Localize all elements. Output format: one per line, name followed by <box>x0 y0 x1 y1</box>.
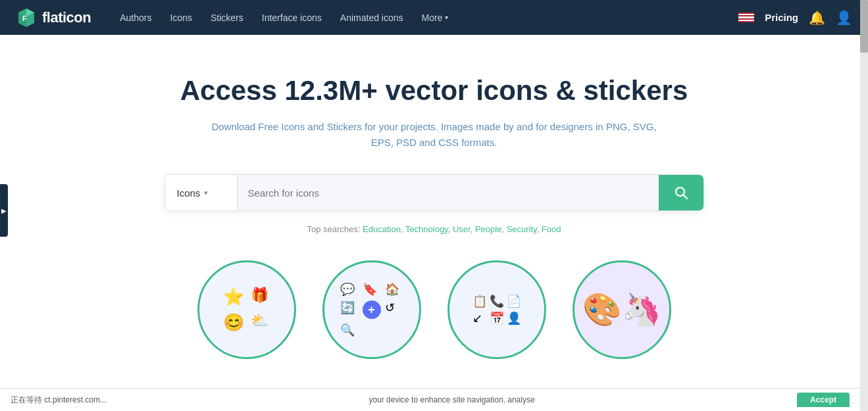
copy-icon: 📄 <box>507 294 521 308</box>
sticker-content: 🎨🦄 <box>582 291 661 328</box>
sun-emoji: ⛅ <box>249 312 270 333</box>
top-search-food[interactable]: Food <box>542 224 561 234</box>
circle-ui-inner: 💬 🔖 🏠 🔄 + ↺ 🔍 <box>324 262 419 357</box>
plus-badge-icon: + <box>363 301 381 319</box>
pricing-link[interactable]: Pricing <box>765 12 798 23</box>
ui-icons-grid: 💬 🔖 🏠 🔄 + ↺ 🔍 <box>330 272 414 348</box>
colorful-sticker-icon: 🎨🦄 <box>582 291 661 328</box>
phone-icon: 📞 <box>490 294 504 308</box>
hero-subtitle: Download Free Icons and Stickers for you… <box>204 119 665 151</box>
nav-stickers[interactable]: Stickers <box>203 7 251 28</box>
message-icon: 💬 <box>340 282 359 297</box>
circle-emoji[interactable]: ⭐ 🎁 😊 ⛅ <box>197 260 296 359</box>
scrollbar[interactable] <box>860 0 868 379</box>
search-button[interactable] <box>659 175 703 210</box>
circle-tasks[interactable]: 📋 📞 📄 ↙ 📅 👤 <box>447 260 546 359</box>
search-input[interactable] <box>238 175 659 210</box>
hero-title: Access 12.3M+ vector icons & stickers <box>180 74 688 107</box>
search-small-icon: 🔍 <box>340 323 359 337</box>
icon-circles-section: ⭐ 🎁 😊 ⛅ 💬 🔖 🏠 🔄 + ↺ � <box>184 260 684 359</box>
profile-icon: 👤 <box>507 311 521 326</box>
circle-stickers-ring: 🎨🦄 <box>573 260 671 359</box>
main-content: Access 12.3M+ vector icons & stickers Do… <box>0 35 868 379</box>
top-search-education[interactable]: Education <box>363 224 401 234</box>
svg-text:F: F <box>22 14 27 22</box>
task-icons-grid: 📋 📞 📄 ↙ 📅 👤 <box>463 285 530 335</box>
search-bar: Icons ▾ <box>165 174 704 211</box>
logo-link[interactable]: F flaticon <box>16 7 91 28</box>
star-emoji: ⭐ <box>223 287 244 307</box>
nav-more[interactable]: More ▾ <box>414 7 457 28</box>
notification-bell-icon[interactable]: 🔔 <box>809 10 825 26</box>
language-flag[interactable] <box>738 12 754 23</box>
navbar: F flaticon Authors Icons Stickers Interf… <box>0 0 868 35</box>
chevron-down-icon: ▾ <box>445 14 448 21</box>
refresh-icon: ↺ <box>385 301 403 319</box>
navbar-right: Pricing 🔔 👤 <box>738 10 852 26</box>
top-search-security[interactable]: Security <box>507 224 537 234</box>
search-type-chevron-icon: ▾ <box>204 189 208 197</box>
circle-ui[interactable]: 💬 🔖 🏠 🔄 + ↺ 🔍 <box>322 260 421 359</box>
smiley-emoji: 😊 <box>223 312 244 333</box>
logo-text: flaticon <box>42 9 91 26</box>
top-search-user[interactable]: User <box>453 224 471 234</box>
gift-emoji: 🎁 <box>249 287 270 307</box>
nav-animated-icons[interactable]: Animated icons <box>332 7 411 28</box>
home-icon: 🏠 <box>385 282 403 297</box>
top-search-people[interactable]: People <box>475 224 501 234</box>
sync-icon: 🔄 <box>340 301 359 319</box>
top-searches-label: Top searches: <box>307 224 361 234</box>
left-side-tab[interactable]: ▶ <box>0 184 8 237</box>
top-searches: Top searches: Education, Technology, Use… <box>307 224 561 234</box>
search-type-label: Icons <box>177 187 201 199</box>
calendar-icon: 📅 <box>490 311 504 326</box>
user-account-icon[interactable]: 👤 <box>836 10 852 26</box>
svg-line-5 <box>683 195 687 199</box>
top-search-technology[interactable]: Technology <box>405 224 448 234</box>
circle-ui-ring: 💬 🔖 🏠 🔄 + ↺ 🔍 <box>322 260 421 359</box>
bookmark-icon: 🔖 <box>363 282 381 297</box>
circle-emoji-icons: ⭐ 🎁 😊 ⛅ <box>213 276 281 343</box>
scrollbar-thumb[interactable] <box>860 0 868 53</box>
search-icon <box>674 185 688 200</box>
circle-stickers[interactable]: 🎨🦄 <box>573 260 671 359</box>
circle-tasks-ring: 📋 📞 📄 ↙ 📅 👤 <box>447 260 546 359</box>
flaticon-logo-icon: F <box>16 7 37 28</box>
nav-interface-icons[interactable]: Interface icons <box>254 7 330 28</box>
search-type-dropdown[interactable]: Icons ▾ <box>165 175 238 210</box>
clipboard-icon: 📋 <box>472 294 487 308</box>
arrow-icon: ↙ <box>472 311 487 326</box>
nav-icons[interactable]: Icons <box>162 7 199 28</box>
navbar-links: Authors Icons Stickers Interface icons A… <box>112 7 738 28</box>
circle-emoji-ring: ⭐ 🎁 😊 ⛅ <box>197 260 296 359</box>
nav-authors[interactable]: Authors <box>112 7 159 28</box>
chevron-right-icon: ▶ <box>1 207 7 214</box>
